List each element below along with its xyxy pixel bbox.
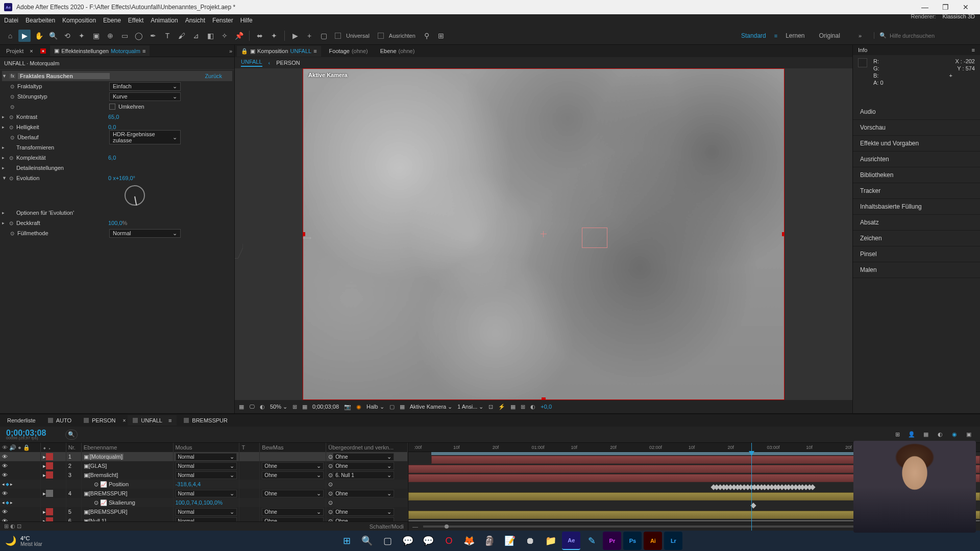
panel-menu-icon[interactable]: ≡ [168,417,172,423]
anchor-point-icon[interactable] [541,231,547,237]
grid-icon[interactable]: ▦ [302,404,307,410]
close-button[interactable]: ✕ [955,0,976,14]
alpha-icon[interactable]: ▦ [239,404,244,410]
minimize-button[interactable]: — [915,0,935,14]
opera-app[interactable]: O [439,532,458,550]
views-dropdown[interactable]: 1 Ansi...⌄ [457,404,483,410]
panel-malen[interactable]: Malen [853,262,980,278]
roto-tool[interactable]: ✧ [218,30,231,42]
renderer-info[interactable]: Renderer: Klassisch 3D [911,13,975,19]
motion-blur-icon[interactable]: ◐ [935,430,945,440]
home-tool[interactable]: ⌂ [4,30,16,42]
type-tool[interactable]: T [161,30,174,42]
exposure-icon[interactable]: ◐ [530,404,535,410]
tab-footage[interactable]: Footage (ohne) [325,46,372,56]
tab-auto[interactable]: AUTO [43,415,77,425]
frame-blend-icon[interactable]: ▦ [921,430,931,440]
workspace-overflow-icon[interactable]: » [859,33,862,39]
breadcrumb-person[interactable]: PERSON [276,60,300,66]
comp-mini-icon[interactable]: ⊞ [892,430,902,440]
drag-handle-icon[interactable]: ⟷ [303,234,311,241]
prop-evooptions[interactable]: ▸ Optionen für 'Evolution' [2,208,232,218]
teams-app[interactable]: 💬 [399,532,417,550]
menu-bearbeiten[interactable]: Bearbeiten [26,17,55,24]
box-icon[interactable]: ▢ [317,30,330,42]
zoom-tool[interactable]: 🔍 [47,30,59,42]
menu-komposition[interactable]: Komposition [62,17,96,24]
tab-person[interactable]: PERSON [79,415,120,425]
illustrator-app[interactable]: Ai [644,532,662,550]
maximize-button[interactable]: ❐ [935,0,955,14]
snapshot-icon[interactable]: 📷 [344,404,351,410]
prop-detail[interactable]: ▸ Detaileinstellungen [2,163,232,173]
prop-umkehren[interactable]: ⊙ Umkehren [2,102,232,112]
ausrichten-checkbox[interactable]: Ausrichten [378,33,415,39]
universal-arrow-icon[interactable]: ▶ [289,30,301,42]
chevron-down-icon[interactable]: ⌄ [173,93,177,100]
tab-projekt[interactable]: Projekt [2,46,28,56]
shape-ellipse-tool[interactable]: ◯ [133,30,145,42]
puppet-tool[interactable]: 📌 [233,30,245,42]
shape-rect-tool[interactable]: ▭ [118,30,131,42]
panel-vorschau[interactable]: Vorschau [853,120,980,136]
layer-search[interactable]: 🔍 [65,430,78,440]
prop-fuellmethode[interactable]: ⊙ Füllmethode Normal⌄ [2,228,232,238]
composition-viewer[interactable]: Aktive Kamera ⟷ [235,68,852,400]
panel-absatz[interactable]: Absatz [853,215,980,231]
pen-tool[interactable]: ✒ [147,30,159,42]
plus-icon[interactable]: + [303,30,315,42]
after-effects-app[interactable]: Ae [562,532,580,550]
viewer-canvas[interactable]: Aktive Kamera [303,68,785,400]
tab-renderliste[interactable]: Renderliste [2,415,41,425]
help-search[interactable]: 🔍 [874,32,976,39]
menu-ebene[interactable]: Ebene [103,17,121,24]
prop-ueberlauf[interactable]: ⊙ Überlauf HDR-Ergebnisse zulasse⌄ [2,132,232,142]
firefox-app[interactable]: 🦊 [460,532,478,550]
mask-icon[interactable]: ◐ [260,404,265,410]
whatsapp-app[interactable]: 💬 [419,532,437,550]
app-icon[interactable]: 🗿 [480,532,499,550]
layer-row[interactable]: 👁 ▸ 6 ▣ [Null 1] Normal⌄ Ohne⌄ ⊙ Ohne⌄ [0,516,408,521]
menu-effekt[interactable]: Effekt [128,17,143,24]
tab-bremsspur[interactable]: BREMSSPUR [179,415,233,425]
notes-app[interactable]: 📝 [501,532,519,550]
exposure-value[interactable]: +0,0 [541,404,552,410]
prop-stoerungstyp[interactable]: ⊙ Störungstyp Kurve⌄ [2,91,232,102]
panel-inhaltsbasierte[interactable]: Inhaltsbasierte Füllung [853,199,980,215]
brush-tool[interactable]: 🖌 [176,30,188,42]
prop-komplexitaet[interactable]: ▸⊙ Komplexität 6,0 [2,153,232,163]
overflow-icon[interactable]: » [229,48,232,54]
layer-row[interactable]: 👁 ▸ 5 ▣ [BREMSSPUR] Normal⌄ Ohne⌄ ⊙ Ohne… [0,507,408,516]
prop-deckkraft[interactable]: ▸⊙ Deckkraft 100,0% [2,218,232,228]
chevron-down-icon[interactable]: ⌄ [173,134,177,141]
explorer-app[interactable]: 📁 [542,532,560,550]
shy-icon[interactable]: 👤 [906,430,917,440]
weather-widget[interactable]: 🌙 4°C Meist klar [5,535,42,547]
panel-menu-icon[interactable]: ≡ [972,47,975,53]
layer-row[interactable]: 👁 ▸ 2 ▣ [GLAS] Normal⌄ Ohne⌄ ⊙ Ohne⌄ [0,461,408,470]
orbit-tool[interactable]: ⟲ [61,30,74,42]
layer-row[interactable]: 👁 ▸ 4 ▣ [BREMSSPUR] Normal⌄ Ohne⌄ ⊙ Ohne… [0,489,408,498]
graph-icon[interactable]: ◉ [949,430,960,440]
roi-icon[interactable]: ▢ [389,404,395,410]
resize-handle-bottom[interactable] [542,397,546,400]
toggle-switches-icon[interactable]: ⊞ ◐ ⊡ [4,523,21,530]
prop-kontrast[interactable]: ▸⊙ Kontrast 65,0 [2,112,232,122]
menu-ansicht[interactable]: Ansicht [185,17,205,24]
start-button[interactable]: ⊞ [337,532,356,550]
grid-snap-icon[interactable]: ⊞ [435,30,447,42]
zoom-dropdown[interactable]: 50%⌄ [270,404,287,410]
evolution-dial[interactable] [125,185,145,206]
property-row[interactable]: ◂◆▸ ⊙ 📈 Skalierung 100,0,74,0,100,0% ⊙ [0,498,408,507]
tab-unfall[interactable]: UNFALL≡ [128,415,177,425]
flowchart-icon[interactable]: ⊞ [521,404,525,410]
draft3d-icon[interactable]: ▣ [964,430,974,440]
chevron-down-icon[interactable]: ⌄ [173,83,177,90]
transparency-icon[interactable]: ▦ [400,404,405,410]
search-button[interactable]: 🔍 [358,532,376,550]
schalter-modi-button[interactable]: Schalter/Modi [370,523,404,530]
clone-tool[interactable]: ⊿ [190,30,202,42]
panel-menu-icon[interactable]: ≡ [142,48,145,54]
premiere-app[interactable]: Pr [603,532,621,550]
pixel-icon[interactable]: ⊡ [488,404,493,410]
